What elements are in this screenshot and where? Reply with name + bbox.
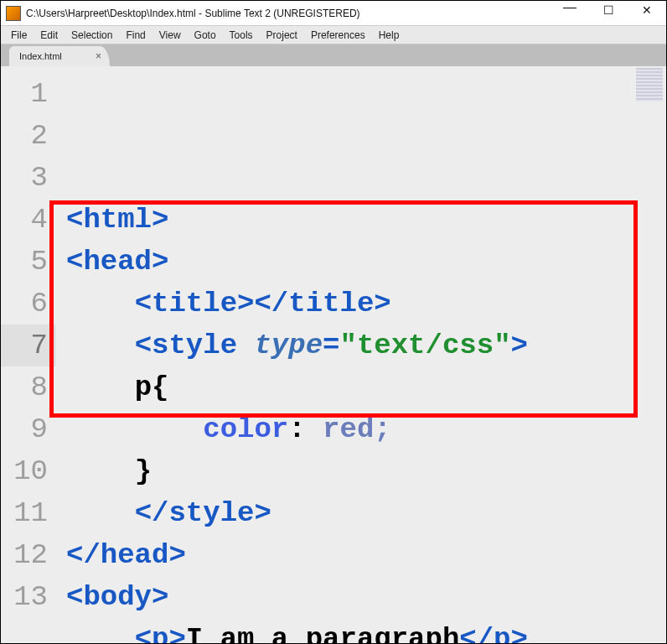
menu-item-file[interactable]: File	[4, 28, 34, 43]
menu-item-help[interactable]: Help	[372, 28, 406, 43]
minimap[interactable]	[636, 68, 663, 101]
code-line[interactable]: <title></title>	[56, 283, 666, 325]
window-controls: — ☐ ✕	[551, 1, 666, 25]
window-title: C:\Users\Harpreet\Desktop\Index.html - S…	[26, 8, 551, 19]
menubar: FileEditSelectionFindViewGotoToolsProjec…	[1, 26, 666, 44]
close-button[interactable]: ✕	[628, 1, 666, 19]
menu-item-preferences[interactable]: Preferences	[304, 28, 372, 43]
line-number: 6	[1, 283, 56, 325]
code-line[interactable]: color: red;	[56, 408, 666, 450]
code-line[interactable]: <style type="text/css">	[56, 325, 666, 366]
line-number: 9	[1, 408, 56, 450]
line-number: 2	[1, 115, 56, 157]
menu-item-selection[interactable]: Selection	[65, 28, 119, 43]
menu-item-view[interactable]: View	[153, 28, 188, 43]
line-number: 4	[1, 199, 56, 241]
code-line[interactable]: }	[56, 450, 666, 492]
menu-item-tools[interactable]: Tools	[223, 28, 260, 43]
line-number: 12	[1, 534, 56, 576]
code-line[interactable]: <html>	[56, 199, 666, 241]
code-line[interactable]: </head>	[56, 534, 666, 576]
line-number: 3	[1, 157, 56, 199]
menu-item-edit[interactable]: Edit	[34, 28, 65, 43]
line-number: 8	[1, 366, 56, 408]
menu-item-goto[interactable]: Goto	[188, 28, 223, 43]
code-line[interactable]: <p>I am a paragraph</p>	[56, 618, 666, 644]
editor[interactable]: 12345678910111213 <html><head> <title></…	[1, 66, 666, 643]
tabbar: Index.html ×	[1, 44, 666, 66]
menu-item-find[interactable]: Find	[119, 28, 152, 43]
menu-item-project[interactable]: Project	[260, 28, 304, 43]
minimize-button[interactable]: —	[551, 1, 589, 19]
line-number: 11	[1, 492, 56, 534]
tab-label: Index.html	[19, 51, 62, 61]
code-line[interactable]: </style>	[56, 492, 666, 534]
line-number: 1	[1, 73, 56, 115]
line-number: 10	[1, 450, 56, 492]
tab-index-html[interactable]: Index.html ×	[9, 46, 110, 66]
app-icon	[6, 6, 21, 21]
code-line[interactable]: <body>	[56, 576, 666, 618]
gutter: 12345678910111213	[1, 66, 56, 643]
line-number: 13	[1, 576, 56, 618]
tab-close-icon[interactable]: ×	[96, 50, 101, 62]
code-area[interactable]: <html><head> <title></title> <style type…	[56, 66, 666, 643]
line-number: 7	[1, 325, 56, 366]
maximize-button[interactable]: ☐	[589, 1, 628, 19]
code-line[interactable]: <head>	[56, 241, 666, 283]
line-number: 5	[1, 241, 56, 283]
window-titlebar[interactable]: C:\Users\Harpreet\Desktop\Index.html - S…	[1, 1, 666, 26]
code-line[interactable]: p{	[56, 366, 666, 408]
